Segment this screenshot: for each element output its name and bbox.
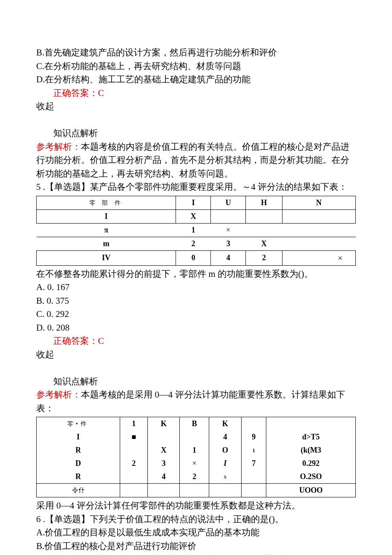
table-cell: I [209,457,241,470]
blank [36,113,356,127]
answer-value: C [98,336,104,346]
table-cell [211,209,246,223]
table-row: R X 1 O 1 (k(M3 [37,444,356,457]
table-cell: x [209,470,241,484]
table-header-cell [241,417,266,431]
q4-answer: 正确答案：C [36,87,356,100]
table-cell: 2 [120,457,148,470]
table-cell [148,430,180,444]
table-cell: 1 [176,223,211,237]
table-cell: 0 [176,250,211,265]
q5-option-b: B. 0. 375 [36,294,356,308]
table-cell: X [148,444,180,457]
q5-post-table: 在不修整各功能累计得分的前提下，零部件 m 的功能重要性系数为()。 [36,267,356,281]
table-header-cell: U [211,196,246,209]
table-cell: I [37,209,176,223]
table-row: π 1 × [37,223,356,237]
q4-option-c: C.在分析功能的基础上，再去研究结构、材质等问题 [36,60,356,73]
q6-option-c: C.价值工程是将产品的价值、功能和成本作为一个整体同时考虑 [36,553,356,555]
table-cell: I [37,430,120,444]
table-cell: × [282,250,355,265]
table-cell [209,484,241,497]
table-cell [241,484,266,497]
table-cell: IV [37,250,176,265]
table-row: m 2 3 X [37,237,356,250]
table-header-row: 零 部 件 I U H N [37,196,356,209]
table-row: I X [37,209,356,223]
ref-label: 参考解析： [36,142,81,152]
table-cell: 9 [241,430,266,444]
q5-explanation: 参考解析：本题考核的是采用 0—4 评分法计算功能重要性系数。计算结果如下表： [36,388,356,415]
table-row: R 4 2 x O.2SO [37,470,356,484]
table-cell: UOOO [266,484,356,497]
table-cell: 4 [209,430,241,444]
q5-option-d: D. 0. 208 [36,321,356,335]
table-cell: × [211,223,246,237]
table-header-cell [266,417,356,431]
table-cell: 4 [148,470,180,484]
table-cell [282,209,355,223]
table-cell [180,484,209,497]
q5-collapse[interactable]: 收起 [36,348,356,362]
table-cell: m [37,237,176,250]
answer-label: 正确答案： [53,88,98,98]
q6-stem: 6 .【单选题】下列关于价值工程的特点的说法中，正确的是()。 [36,513,356,526]
q6-option-a: A.价值工程的目标是以最低生成成本实现产品的基本功能 [36,526,356,540]
q6-option-b: B.价值工程的核心是对产品进行功能评价 [36,540,356,553]
table-header-cell: B [180,417,209,431]
ref-body: 本题考核的是采用 0—4 评分法计算功能重要性系数。计算结果如下表： [36,389,345,413]
q5-scoring-table: 零 部 件 I U H N I X π 1 × m 2 3 X IV [36,196,356,266]
table-cell: 3 [211,237,246,250]
q5-post-t2: 采用 0—4 评分法计算任何零部件的功能重要性系数都是这种方法。 [36,499,356,513]
q4-option-d: D.在分析结构、施工工艺的基础上确定建筑产品的功能 [36,73,356,87]
table-cell: 7 [241,457,266,470]
table-cell: D [37,457,120,470]
table-cell: 2 [176,237,211,250]
document-page: B.首先确定建筑产品的设计方案，然后再进行功能分析和评价 C.在分析功能的基础上… [0,0,392,555]
table-cell [246,223,282,237]
table-cell [148,484,180,497]
table-cell [180,430,209,444]
q5-result-table: 零•件 1 K B K I ■ 4 9 d>T5 R X 1 O 1 (k(M3 [36,417,356,497]
table-cell: ■ [120,430,148,444]
q4-collapse[interactable]: 收起 [36,100,356,113]
table-cell: O [209,444,241,457]
ref-body: 本题考核的内容是价值工程的有关特点。价值工程的核心是对产品进行功能分析。价值工程… [36,142,349,179]
table-row: I ■ 4 9 d>T5 [37,430,356,444]
q5-option-c: C. 0. 292 [36,308,356,321]
q5-answer: 正确答案：C [36,334,356,348]
table-header-cell: I [176,196,211,209]
table-header-cell: H [246,196,282,209]
table-cell: π [37,223,176,237]
table-cell [241,470,266,484]
table-cell: X [246,237,282,250]
table-cell: × [180,457,209,470]
table-cell: X [176,209,211,223]
q4-option-b: B.首先确定建筑产品的设计方案，然后再进行功能分析和评价 [36,46,356,60]
q5-stem: 5 .【单选题】某产品各个零部件功能重要程度采用。～4 评分法的结果如下表： [36,180,356,194]
table-cell: O.2SO [266,470,356,484]
table-header-cell: N [282,196,355,209]
answer-value: C [98,88,104,98]
table-cell [120,444,148,457]
q5-option-a: A. 0. 167 [36,281,356,294]
table-header-cell: 1 [120,417,148,431]
table-header-cell: 零 部 件 [37,196,176,209]
table-row: D 2 3 × I 7 0.292 [37,457,356,470]
table-cell [120,484,148,497]
blank [36,361,356,375]
table-row: 令什 UOOO [37,484,356,497]
table-cell: R [37,444,120,457]
table-cell [120,470,148,484]
table-header-row: 零•件 1 K B K [37,417,356,431]
q5-knowledge-heading: 知识点解析 [36,375,356,389]
answer-label: 正确答案： [53,336,98,346]
table-cell: 3 [148,457,180,470]
q4-explanation: 参考解析：本题考核的内容是价值工程的有关特点。价值工程的核心是对产品进行功能分析… [36,140,356,181]
q4-knowledge-heading: 知识点解析 [36,127,356,140]
ref-label: 参考解析： [36,389,81,400]
table-header-cell: K [209,417,241,431]
table-cell: 1 [180,444,209,457]
table-cell: 0.292 [266,457,356,470]
table-cell: 2 [180,470,209,484]
